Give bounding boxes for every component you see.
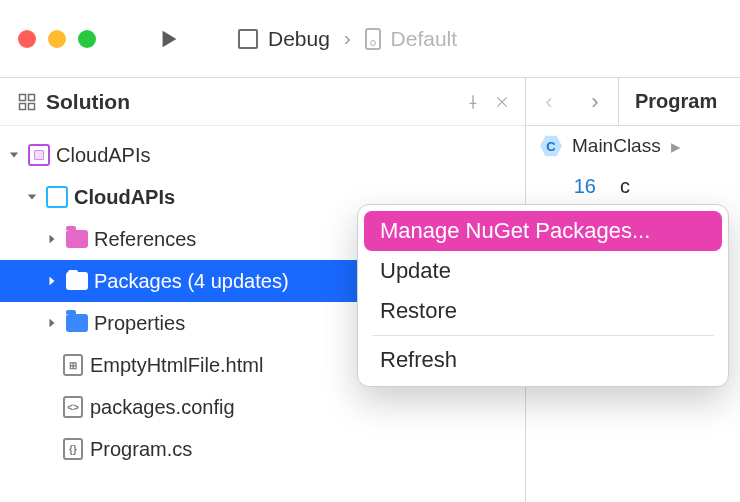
- window-traffic-lights: [18, 30, 96, 48]
- solution-grid-icon: [18, 93, 36, 111]
- menu-manage-nuget[interactable]: Manage NuGet Packages...: [364, 211, 722, 251]
- run-button[interactable]: [158, 26, 180, 52]
- file-pkg-label: packages.config: [90, 396, 235, 419]
- editor-crumb-label: MainClass: [572, 135, 661, 157]
- svg-rect-2: [20, 103, 26, 109]
- solution-icon: [28, 144, 50, 166]
- solution-panel-title: Solution: [46, 90, 130, 114]
- menu-separator: [372, 335, 714, 336]
- editor-tabs: ‹ › Program: [526, 78, 740, 126]
- file-prog-label: Program.cs: [90, 438, 192, 461]
- packages-label: Packages (4 updates): [94, 270, 289, 293]
- chevron-right-icon: ›: [344, 27, 351, 50]
- svg-rect-0: [20, 94, 26, 100]
- html-file-icon: [63, 354, 83, 376]
- project-icon: [46, 186, 68, 208]
- nav-back-button[interactable]: ‹: [526, 78, 572, 125]
- window-titlebar: Debug › Default: [0, 0, 740, 78]
- nav-forward-button[interactable]: ›: [572, 78, 618, 125]
- svg-rect-1: [29, 94, 35, 100]
- cs-file-icon: [63, 438, 83, 460]
- run-target-selector[interactable]: Debug › Default: [238, 27, 457, 51]
- packages-context-menu: Manage NuGet Packages... Update Restore …: [357, 204, 729, 387]
- window-zoom-button[interactable]: [78, 30, 96, 48]
- config-file-icon: [63, 396, 83, 418]
- window-minimize-button[interactable]: [48, 30, 66, 48]
- svg-rect-3: [29, 103, 35, 109]
- folder-icon: [66, 314, 88, 332]
- play-icon: [158, 26, 180, 52]
- file-node-packages-config[interactable]: packages.config: [0, 386, 525, 428]
- folder-icon: [66, 272, 88, 290]
- file-html-label: EmptyHtmlFile.html: [90, 354, 263, 377]
- project-label: CloudAPIs: [74, 186, 175, 209]
- configuration-icon: [238, 29, 258, 49]
- device-icon: [365, 28, 381, 50]
- menu-update[interactable]: Update: [364, 251, 722, 291]
- configuration-label: Debug: [268, 27, 330, 51]
- pin-icon[interactable]: [465, 94, 481, 110]
- chevron-right-icon: ▸: [671, 135, 681, 158]
- menu-refresh[interactable]: Refresh: [364, 340, 722, 380]
- editor-tab-label: Program: [635, 90, 717, 113]
- solution-panel-header: Solution: [0, 78, 525, 126]
- close-icon[interactable]: [495, 95, 509, 109]
- solution-root-label: CloudAPIs: [56, 144, 151, 167]
- properties-label: Properties: [94, 312, 185, 335]
- solution-root[interactable]: CloudAPIs: [0, 134, 525, 176]
- target-label: Default: [391, 27, 458, 51]
- file-node-program-cs[interactable]: Program.cs: [0, 428, 525, 470]
- editor-crumb-bar[interactable]: C MainClass ▸: [526, 126, 740, 166]
- references-label: References: [94, 228, 196, 251]
- folder-icon: [66, 230, 88, 248]
- code-line: 16c: [526, 170, 740, 202]
- class-icon: C: [540, 135, 562, 157]
- editor-tab-program[interactable]: Program: [618, 78, 733, 125]
- window-close-button[interactable]: [18, 30, 36, 48]
- menu-restore[interactable]: Restore: [364, 291, 722, 331]
